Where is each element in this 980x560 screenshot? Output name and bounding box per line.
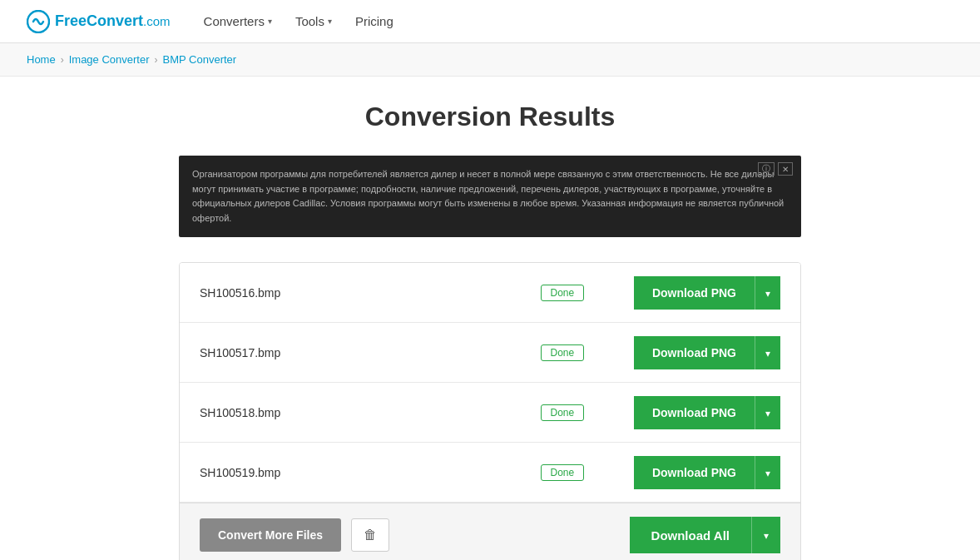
file-name-1: SH100517.bmp xyxy=(200,346,541,359)
status-badge-3: Done xyxy=(541,464,584,481)
page-title: Conversion Results xyxy=(179,102,801,132)
table-row: SH100519.bmp Done Download PNG ▾ xyxy=(180,443,800,503)
convert-more-button[interactable]: Convert More Files xyxy=(200,518,341,552)
file-name-3: SH100519.bmp xyxy=(200,466,541,479)
ad-controls: ⓘ ✕ xyxy=(758,162,793,176)
header: FreeConvert.com Converters ▾ Tools ▾ Pri… xyxy=(0,0,980,43)
nav-pricing[interactable]: Pricing xyxy=(355,14,393,28)
file-name-2: SH100518.bmp xyxy=(200,406,541,419)
nav-converters[interactable]: Converters ▾ xyxy=(204,14,272,28)
download-all-group: Download All ▾ xyxy=(630,517,780,553)
status-badge-0: Done xyxy=(541,285,584,301)
chevron-down-icon: ▾ xyxy=(764,530,769,542)
status-badge-2: Done xyxy=(541,404,584,421)
download-dropdown-0[interactable]: ▾ xyxy=(755,276,780,310)
breadcrumb-image-converter[interactable]: Image Converter xyxy=(69,53,150,66)
download-group-1: Download PNG ▾ xyxy=(634,336,780,369)
chevron-down-icon: ▾ xyxy=(765,288,770,300)
download-button-1[interactable]: Download PNG xyxy=(634,336,755,369)
trash-icon: 🗑 xyxy=(364,528,377,542)
download-button-0[interactable]: Download PNG xyxy=(634,276,755,310)
bottom-bar: Convert More Files 🗑 Download All ▾ xyxy=(180,503,800,560)
table-row: SH100516.bmp Done Download PNG ▾ xyxy=(180,263,800,323)
ad-banner: ⓘ ✕ Организатором программы для потребит… xyxy=(179,156,801,237)
tools-chevron-icon: ▾ xyxy=(328,17,332,26)
download-all-dropdown-button[interactable]: ▾ xyxy=(752,517,780,553)
download-dropdown-1[interactable]: ▾ xyxy=(755,336,780,369)
chevron-down-icon: ▾ xyxy=(765,348,770,359)
results-container: SH100516.bmp Done Download PNG ▾ SH10051… xyxy=(179,262,801,560)
table-row: SH100518.bmp Done Download PNG ▾ xyxy=(180,383,800,443)
download-group-0: Download PNG ▾ xyxy=(634,276,780,310)
download-dropdown-3[interactable]: ▾ xyxy=(755,456,780,489)
download-button-3[interactable]: Download PNG xyxy=(634,456,755,489)
logo-text: FreeConvert.com xyxy=(55,12,171,30)
breadcrumb: Home › Image Converter › BMP Converter xyxy=(0,43,980,77)
download-all-button[interactable]: Download All xyxy=(630,517,752,553)
breadcrumb-home[interactable]: Home xyxy=(27,53,56,66)
ad-text: Организатором программы для потребителей… xyxy=(192,169,784,223)
status-badge-1: Done xyxy=(541,344,584,361)
file-name-0: SH100516.bmp xyxy=(200,286,541,300)
download-dropdown-2[interactable]: ▾ xyxy=(755,396,780,429)
logo-free: Free xyxy=(55,12,87,29)
breadcrumb-sep-2: › xyxy=(155,54,158,66)
logo-domain: .com xyxy=(143,14,171,28)
ad-info-button[interactable]: ⓘ xyxy=(758,162,775,176)
logo-convert: Convert xyxy=(87,12,143,29)
breadcrumb-bmp-converter[interactable]: BMP Converter xyxy=(163,53,237,66)
main-nav: Converters ▾ Tools ▾ Pricing xyxy=(204,14,393,28)
ad-close-button[interactable]: ✕ xyxy=(778,162,793,176)
nav-tools[interactable]: Tools ▾ xyxy=(295,14,332,28)
converters-chevron-icon: ▾ xyxy=(268,17,272,26)
chevron-down-icon: ▾ xyxy=(765,408,770,419)
trash-button[interactable]: 🗑 xyxy=(351,518,389,552)
breadcrumb-sep-1: › xyxy=(61,54,64,66)
main-content: Conversion Results ⓘ ✕ Организатором про… xyxy=(166,77,814,560)
download-group-3: Download PNG ▾ xyxy=(634,456,780,489)
chevron-down-icon: ▾ xyxy=(765,468,770,479)
download-group-2: Download PNG ▾ xyxy=(634,396,780,429)
table-row: SH100517.bmp Done Download PNG ▾ xyxy=(180,323,800,383)
logo-icon xyxy=(27,10,50,33)
download-button-2[interactable]: Download PNG xyxy=(634,396,755,429)
logo[interactable]: FreeConvert.com xyxy=(27,10,171,33)
